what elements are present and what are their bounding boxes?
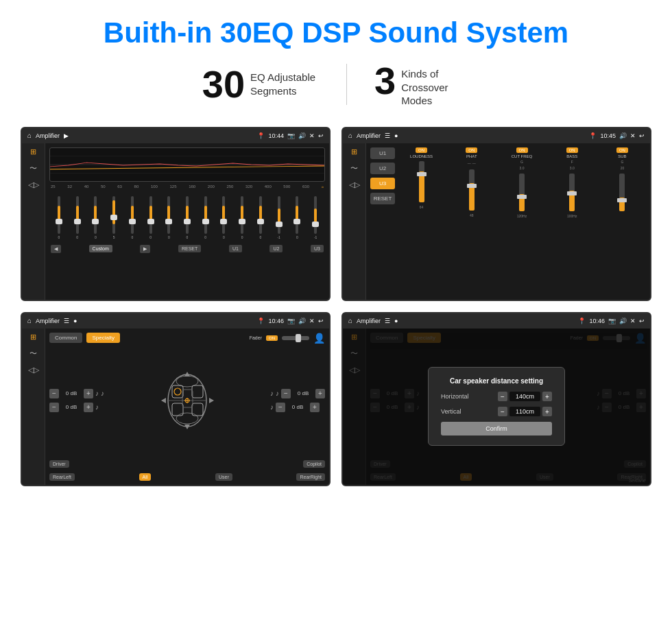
preset-u3[interactable]: U3 xyxy=(370,178,395,189)
loudness-slider[interactable] xyxy=(419,161,424,202)
vertical-plus-btn[interactable]: + xyxy=(542,407,552,416)
volume-icon[interactable]: 🔊 xyxy=(298,132,306,139)
eq-prev-btn[interactable]: ◀ xyxy=(51,245,61,253)
sidebar-speaker-eq-icon[interactable]: ⊞ xyxy=(30,333,36,342)
camera-icon[interactable]: 📷 xyxy=(287,132,295,139)
crossover-body: U1 U2 U3 RESET ON LOUDNESS xyxy=(370,147,646,296)
sidebar-crossover-eq-icon[interactable]: ⊞ xyxy=(351,147,357,156)
confirm-button[interactable]: Confirm xyxy=(441,422,552,436)
camera-icon-4[interactable]: 📷 xyxy=(608,318,616,324)
menu-icon-2[interactable]: ☰ xyxy=(385,132,390,139)
rearleft-btn[interactable]: RearLeft xyxy=(49,473,75,481)
freq-500: 500 xyxy=(283,184,290,189)
sub-slider[interactable] xyxy=(619,174,625,211)
crossover-reset-btn[interactable]: RESET xyxy=(370,193,395,204)
db-minus-br[interactable]: − xyxy=(276,403,285,412)
home-icon-3[interactable]: ⌂ xyxy=(27,317,32,324)
close-icon[interactable]: ✕ xyxy=(309,132,315,139)
horizontal-plus-btn[interactable]: + xyxy=(542,392,552,401)
cutfreq-slider[interactable] xyxy=(519,174,525,211)
eq-play-btn[interactable]: ▶ xyxy=(140,245,150,253)
person-icon: 👤 xyxy=(313,333,325,344)
bass-on-btn[interactable]: ON xyxy=(566,147,578,153)
sidebar-eq-icon[interactable]: ⊞ xyxy=(30,147,36,156)
horizontal-minus-btn[interactable]: − xyxy=(498,392,507,401)
svg-marker-18 xyxy=(161,398,166,403)
location-icon-3: 📍 xyxy=(257,318,265,324)
volume-icon-4[interactable]: 🔊 xyxy=(619,318,627,324)
back-icon-3[interactable]: ↩ xyxy=(318,318,324,324)
horizontal-label: Horizontal xyxy=(441,393,475,400)
sidebar-vol-icon[interactable]: ◁▷ xyxy=(28,180,39,189)
eq-u1-btn[interactable]: U1 xyxy=(229,245,242,252)
db-minus-tl[interactable]: − xyxy=(49,389,59,398)
eq-u2-btn[interactable]: U2 xyxy=(269,245,283,252)
preset-u1[interactable]: U1 xyxy=(370,147,395,159)
eq-display xyxy=(49,147,325,182)
db-plus-br[interactable]: + xyxy=(310,403,320,412)
eq-freq-labels: 25 32 40 50 63 80 100 125 160 200 250 32… xyxy=(49,184,325,189)
phat-on-btn[interactable]: ON xyxy=(466,147,477,153)
eq-u3-btn[interactable]: U3 xyxy=(311,245,324,252)
sidebar-crossover-wave-icon[interactable]: 〜 xyxy=(350,163,358,174)
freq-80: 80 xyxy=(134,184,139,189)
loudness-val: 64 xyxy=(420,205,424,209)
sidebar-wave-icon[interactable]: 〜 xyxy=(29,163,37,174)
rearright-btn[interactable]: RearRight xyxy=(296,473,325,481)
vertical-minus-btn[interactable]: − xyxy=(498,407,507,416)
fader-track[interactable] xyxy=(282,336,309,340)
db-plus-tr[interactable]: + xyxy=(315,389,325,398)
loudness-label: LOUDNESS xyxy=(410,154,433,158)
freq-320: 320 xyxy=(245,184,252,189)
car-diagram xyxy=(110,366,265,435)
loudness-on-btn[interactable]: ON xyxy=(416,147,427,153)
preset-u2[interactable]: U2 xyxy=(370,163,395,174)
expand-icon[interactable]: » xyxy=(322,184,324,189)
horizontal-value: 140cm xyxy=(509,392,540,401)
camera-icon-3[interactable]: 📷 xyxy=(287,318,295,324)
mode-common-btn[interactable]: Common xyxy=(49,333,82,343)
copilot-btn[interactable]: Copilot xyxy=(303,460,325,468)
back-icon[interactable]: ↩ xyxy=(318,132,324,139)
speaker-middle: − 0 dB + ♪ ♪ − 0 dB + ♪ xyxy=(49,346,325,455)
db-minus-tr[interactable]: − xyxy=(281,389,291,398)
fader-on-btn[interactable]: ON xyxy=(266,335,278,341)
play-icon[interactable]: ▶ xyxy=(64,132,69,139)
driver-btn[interactable]: Driver xyxy=(49,460,69,468)
all-btn[interactable]: All xyxy=(139,473,152,481)
cutfreq-on-btn[interactable]: ON xyxy=(516,147,528,153)
fader-label: Fader xyxy=(250,335,262,340)
phat-slider[interactable] xyxy=(469,169,475,211)
mode-specialty-btn[interactable]: Specialty xyxy=(86,333,119,343)
home-icon-4[interactable]: ⌂ xyxy=(348,317,352,324)
sidebar-speaker-vol-icon[interactable]: ◁▷ xyxy=(28,366,39,374)
phat-val: 48 xyxy=(470,213,474,217)
location-icon-4: 📍 xyxy=(578,318,586,324)
home-icon-2[interactable]: ⌂ xyxy=(348,132,352,139)
user-btn[interactable]: User xyxy=(215,473,232,481)
menu-icon-3[interactable]: ☰ xyxy=(64,318,69,324)
eq-slider-9: 0 xyxy=(216,196,232,239)
freq-160: 160 xyxy=(189,184,195,189)
db-minus-bl[interactable]: − xyxy=(49,403,59,412)
volume-icon-3[interactable]: 🔊 xyxy=(298,318,306,324)
home-icon[interactable]: ⌂ xyxy=(27,132,32,139)
db-plus-bl[interactable]: + xyxy=(84,403,93,412)
back-icon-4[interactable]: ↩ xyxy=(639,318,645,324)
stats-row: 30 EQ Adjustable Segments 3 Kinds of Cro… xyxy=(175,62,497,108)
volume-icon-2[interactable]: 🔊 xyxy=(619,132,627,139)
vertical-value: 110cm xyxy=(509,407,540,416)
close-icon-4[interactable]: ✕ xyxy=(630,318,636,324)
menu-icon-4[interactable]: ☰ xyxy=(385,318,390,324)
back-icon-2[interactable]: ↩ xyxy=(639,132,645,139)
eq-custom-btn[interactable]: Custom xyxy=(89,245,112,252)
eq-reset-btn[interactable]: RESET xyxy=(178,245,201,252)
close-icon-3[interactable]: ✕ xyxy=(309,318,315,324)
sub-on-btn[interactable]: ON xyxy=(616,147,628,153)
bass-slider[interactable] xyxy=(569,174,575,211)
sidebar-crossover-vol-icon[interactable]: ◁▷ xyxy=(349,180,360,189)
status-bar-eq: ⌂ Amplifier ▶ 📍 10:44 📷 🔊 ✕ ↩ xyxy=(22,128,329,143)
close-icon-2[interactable]: ✕ xyxy=(630,132,636,139)
sidebar-speaker-wave-icon[interactable]: 〜 xyxy=(29,348,37,359)
db-plus-tl[interactable]: + xyxy=(84,389,93,398)
